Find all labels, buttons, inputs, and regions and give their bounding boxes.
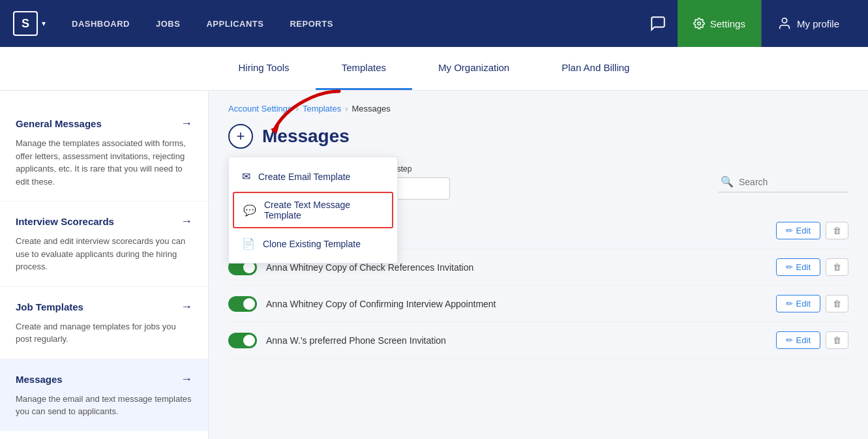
- template-actions-3: ✏ Edit 🗑: [776, 331, 848, 349]
- nav-jobs[interactable]: JOBS: [156, 16, 180, 31]
- template-name-2: Anna Whitney Copy of Confirming Intervie…: [266, 299, 767, 309]
- edit-button-2[interactable]: ✏ Edit: [776, 295, 820, 312]
- svg-point-0: [698, 22, 701, 25]
- nav-applicants[interactable]: APPLICANTS: [206, 16, 263, 31]
- sidebar-general-messages-arrow-icon: →: [181, 117, 192, 130]
- dropdown-clone-template[interactable]: 📄 Clone Existing Template: [229, 230, 397, 258]
- email-icon: ✉: [242, 170, 250, 183]
- sidebar-interview-scorecards-arrow-icon: →: [181, 215, 192, 228]
- sidebar: General Messages → Manage the templates …: [0, 91, 209, 439]
- breadcrumb: Account Settings › Templates › Messages: [228, 104, 848, 114]
- toggle-switch-2[interactable]: [228, 296, 257, 312]
- sidebar-general-messages-desc: Manage the templates associated with for…: [16, 137, 192, 188]
- delete-button-1[interactable]: 🗑: [826, 258, 848, 276]
- sub-nav: Hiring Tools Templates My Organization P…: [0, 47, 868, 91]
- dropdown-create-email[interactable]: ✉ Create Email Template: [229, 162, 397, 190]
- nav-dashboard[interactable]: DASHBOARD: [72, 16, 130, 31]
- dropdown-create-text-message[interactable]: 💬 Create Text Message Template: [233, 192, 393, 228]
- toggle-knob-2: [243, 298, 255, 310]
- subnav-my-organization[interactable]: My Organization: [412, 47, 535, 90]
- breadcrumb-messages: Messages: [352, 104, 391, 114]
- breadcrumb-sep-1: ›: [296, 104, 299, 114]
- page-header: + Messages ✉ Create Email Template 💬 Cre…: [228, 124, 848, 149]
- sidebar-item-job-templates[interactable]: Job Templates → Create and manage templa…: [0, 287, 208, 359]
- edit-pencil-icon: ✏: [786, 226, 793, 235]
- template-actions-0: ✏ Edit 🗑: [776, 222, 848, 239]
- sidebar-messages-arrow-icon: →: [181, 372, 192, 386]
- edit-pencil-icon-3: ✏: [786, 335, 793, 345]
- top-nav-right: Settings My profile: [638, 0, 855, 47]
- main-layout: General Messages → Manage the templates …: [0, 91, 868, 439]
- dropdown-create-text-label: Create Text Message Template: [264, 200, 383, 220]
- settings-label: Settings: [710, 18, 745, 29]
- sidebar-job-templates-arrow-icon: →: [181, 300, 192, 314]
- search-icon: 🔍: [721, 175, 734, 188]
- sidebar-item-messages[interactable]: Messages → Manage the email and text mes…: [0, 359, 208, 431]
- delete-button-3[interactable]: 🗑: [826, 331, 848, 349]
- sidebar-job-templates-desc: Create and manage templates for jobs you…: [16, 320, 192, 346]
- top-nav: S ▾ DASHBOARD JOBS APPLICANTS REPORTS Se…: [0, 0, 868, 47]
- sidebar-interview-scorecards-title: Interview Scorecards: [16, 216, 114, 227]
- search-group: 🔍: [718, 172, 848, 192]
- logo[interactable]: S ▾: [13, 11, 46, 36]
- profile-label: My profile: [797, 18, 839, 29]
- sidebar-messages-title: Messages: [16, 374, 63, 385]
- toggle-knob-3: [243, 335, 255, 346]
- edit-button-1[interactable]: ✏ Edit: [776, 258, 820, 276]
- table-row: Anna W.'s preferred Phone Screen Invitat…: [228, 322, 848, 359]
- sidebar-messages-desc: Manage the email and text message templa…: [16, 393, 192, 418]
- sidebar-item-general-messages[interactable]: General Messages → Manage the templates …: [0, 104, 208, 202]
- delete-button-2[interactable]: 🗑: [826, 295, 848, 312]
- delete-button-0[interactable]: 🗑: [826, 222, 848, 239]
- breadcrumb-account-settings[interactable]: Account Settings: [228, 104, 292, 114]
- sidebar-job-templates-title: Job Templates: [16, 301, 83, 312]
- toggle-switch-3[interactable]: [228, 333, 257, 348]
- clone-icon: 📄: [242, 237, 255, 250]
- template-actions-1: ✏ Edit 🗑: [776, 258, 848, 276]
- search-input[interactable]: [739, 177, 843, 187]
- logo-chevron-icon: ▾: [42, 19, 46, 28]
- template-name-3: Anna W.'s preferred Phone Screen Invitat…: [266, 335, 767, 346]
- logo-icon: S: [13, 11, 38, 36]
- dropdown-create-email-label: Create Email Template: [258, 172, 350, 182]
- subnav-templates[interactable]: Templates: [316, 47, 412, 90]
- sidebar-interview-scorecards-desc: Create and edit interview scorecards you…: [16, 235, 192, 273]
- add-button[interactable]: +: [228, 124, 253, 149]
- profile-button[interactable]: My profile: [761, 0, 855, 47]
- dropdown-menu: ✉ Create Email Template 💬 Create Text Me…: [228, 157, 398, 264]
- edit-button-0[interactable]: ✏ Edit: [776, 222, 820, 239]
- sidebar-general-messages-title: General Messages: [16, 118, 102, 129]
- breadcrumb-templates[interactable]: Templates: [303, 104, 341, 114]
- template-actions-2: ✏ Edit 🗑: [776, 295, 848, 312]
- breadcrumb-sep-2: ›: [345, 104, 348, 114]
- content-area: Account Settings › Templates › Messages …: [209, 91, 868, 439]
- top-nav-links: DASHBOARD JOBS APPLICANTS REPORTS: [72, 16, 638, 31]
- sms-icon: 💬: [243, 204, 256, 217]
- svg-point-1: [782, 18, 786, 23]
- subnav-plan-billing[interactable]: Plan And Billing: [535, 47, 655, 90]
- sidebar-item-interview-scorecards[interactable]: Interview Scorecards → Create and edit i…: [0, 202, 208, 287]
- search-box: 🔍: [718, 172, 848, 192]
- nav-reports[interactable]: REPORTS: [290, 16, 333, 31]
- chat-icon-button[interactable]: [638, 0, 678, 47]
- subnav-hiring-tools[interactable]: Hiring Tools: [213, 47, 316, 90]
- edit-pencil-icon-1: ✏: [786, 262, 793, 272]
- edit-pencil-icon-2: ✏: [786, 299, 793, 309]
- dropdown-clone-label: Clone Existing Template: [263, 239, 361, 249]
- page-title: Messages: [262, 126, 350, 147]
- settings-button[interactable]: Settings: [678, 0, 761, 47]
- table-row: Anna Whitney Copy of Confirming Intervie…: [228, 286, 848, 322]
- edit-button-3[interactable]: ✏ Edit: [776, 331, 820, 349]
